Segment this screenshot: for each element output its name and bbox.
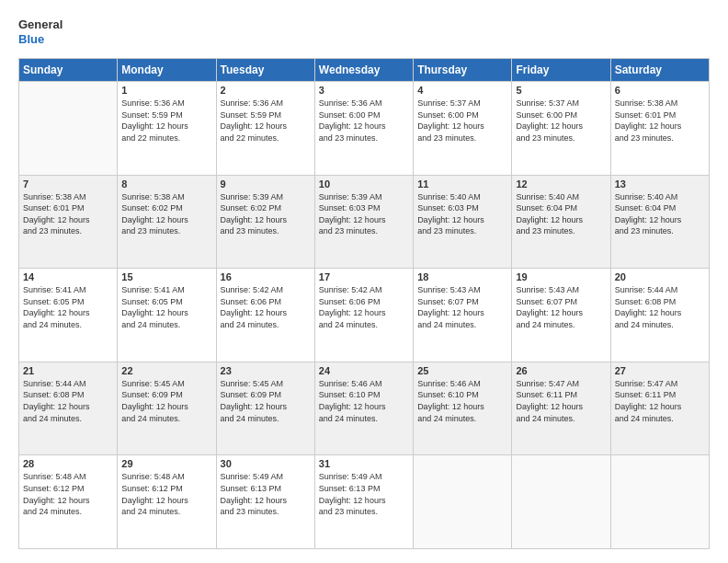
svg-marker-3: [66, 16, 74, 23]
day-number: 1: [121, 85, 211, 96]
day-number: 7: [23, 178, 113, 190]
day-number: 2: [221, 85, 311, 96]
svg-text:Blue: Blue: [18, 32, 44, 46]
day-number: 28: [23, 458, 113, 469]
day-number: 19: [516, 271, 606, 282]
calendar-day-cell: [610, 455, 709, 549]
day-info: Sunrise: 5:36 AM Sunset: 5:59 PM Dayligh…: [221, 98, 311, 144]
calendar-day-cell: 15Sunrise: 5:41 AM Sunset: 6:05 PM Dayli…: [118, 269, 216, 362]
week-row-4: 21Sunrise: 5:44 AM Sunset: 6:08 PM Dayli…: [19, 362, 710, 455]
day-info: Sunrise: 5:36 AM Sunset: 6:00 PM Dayligh…: [319, 98, 409, 144]
day-info: Sunrise: 5:40 AM Sunset: 6:04 PM Dayligh…: [615, 191, 705, 237]
calendar-day-cell: 30Sunrise: 5:49 AM Sunset: 6:13 PM Dayli…: [216, 455, 314, 549]
calendar-day-cell: 28Sunrise: 5:48 AM Sunset: 6:12 PM Dayli…: [19, 455, 118, 549]
calendar-day-cell: [19, 82, 118, 176]
calendar-day-cell: 7Sunrise: 5:38 AM Sunset: 6:01 PM Daylig…: [19, 175, 118, 269]
day-number: 17: [319, 271, 409, 282]
day-info: Sunrise: 5:46 AM Sunset: 6:10 PM Dayligh…: [319, 378, 409, 424]
day-info: Sunrise: 5:42 AM Sunset: 6:06 PM Dayligh…: [221, 284, 311, 330]
day-info: Sunrise: 5:43 AM Sunset: 6:07 PM Dayligh…: [417, 284, 507, 330]
day-info: Sunrise: 5:39 AM Sunset: 6:02 PM Dayligh…: [221, 191, 311, 237]
day-info: Sunrise: 5:45 AM Sunset: 6:09 PM Dayligh…: [121, 378, 211, 424]
weekday-saturday: Saturday: [610, 59, 709, 82]
day-number: 18: [417, 271, 507, 282]
day-number: 26: [516, 365, 606, 376]
calendar-day-cell: 13Sunrise: 5:40 AM Sunset: 6:04 PM Dayli…: [610, 175, 709, 269]
day-number: 24: [319, 365, 409, 376]
day-number: 22: [121, 365, 211, 376]
svg-text:General: General: [18, 17, 63, 31]
day-number: 12: [516, 178, 606, 190]
calendar-day-cell: 1Sunrise: 5:36 AM Sunset: 5:59 PM Daylig…: [118, 82, 216, 176]
calendar-day-cell: 23Sunrise: 5:45 AM Sunset: 6:09 PM Dayli…: [216, 362, 314, 455]
day-number: 31: [319, 458, 409, 469]
day-info: Sunrise: 5:44 AM Sunset: 6:08 PM Dayligh…: [615, 284, 705, 330]
calendar-day-cell: 21Sunrise: 5:44 AM Sunset: 6:08 PM Dayli…: [19, 362, 118, 455]
day-info: Sunrise: 5:42 AM Sunset: 6:06 PM Dayligh…: [319, 284, 409, 330]
weekday-friday: Friday: [512, 59, 610, 82]
day-info: Sunrise: 5:41 AM Sunset: 6:05 PM Dayligh…: [121, 284, 211, 330]
calendar-day-cell: 6Sunrise: 5:38 AM Sunset: 6:01 PM Daylig…: [610, 82, 709, 176]
calendar-day-cell: 18Sunrise: 5:43 AM Sunset: 6:07 PM Dayli…: [414, 269, 512, 362]
calendar-day-cell: 11Sunrise: 5:40 AM Sunset: 6:03 PM Dayli…: [414, 175, 512, 269]
weekday-tuesday: Tuesday: [216, 59, 314, 82]
calendar-day-cell: 16Sunrise: 5:42 AM Sunset: 6:06 PM Dayli…: [216, 269, 314, 362]
weekday-wednesday: Wednesday: [314, 59, 413, 82]
calendar-day-cell: 24Sunrise: 5:46 AM Sunset: 6:10 PM Dayli…: [314, 362, 413, 455]
calendar-day-cell: 26Sunrise: 5:47 AM Sunset: 6:11 PM Dayli…: [512, 362, 610, 455]
calendar-day-cell: 4Sunrise: 5:37 AM Sunset: 6:00 PM Daylig…: [414, 82, 512, 176]
day-number: 21: [23, 365, 113, 376]
calendar-day-cell: [414, 455, 512, 549]
day-info: Sunrise: 5:36 AM Sunset: 5:59 PM Dayligh…: [121, 98, 211, 144]
day-info: Sunrise: 5:46 AM Sunset: 6:10 PM Dayligh…: [417, 378, 507, 424]
calendar-day-cell: 5Sunrise: 5:37 AM Sunset: 6:00 PM Daylig…: [512, 82, 610, 176]
page: General Blue SundayMondayTuesdayWednesda…: [0, 0, 728, 563]
week-row-5: 28Sunrise: 5:48 AM Sunset: 6:12 PM Dayli…: [19, 455, 710, 549]
day-info: Sunrise: 5:49 AM Sunset: 6:13 PM Dayligh…: [221, 471, 311, 517]
day-info: Sunrise: 5:41 AM Sunset: 6:05 PM Dayligh…: [23, 284, 113, 330]
day-info: Sunrise: 5:37 AM Sunset: 6:00 PM Dayligh…: [417, 98, 507, 144]
day-info: Sunrise: 5:49 AM Sunset: 6:13 PM Dayligh…: [319, 471, 409, 517]
calendar-day-cell: 31Sunrise: 5:49 AM Sunset: 6:13 PM Dayli…: [314, 455, 413, 549]
day-number: 4: [417, 85, 507, 96]
day-info: Sunrise: 5:40 AM Sunset: 6:03 PM Dayligh…: [417, 191, 507, 237]
calendar-day-cell: 8Sunrise: 5:38 AM Sunset: 6:02 PM Daylig…: [118, 175, 216, 269]
day-number: 9: [221, 178, 311, 190]
calendar-day-cell: 9Sunrise: 5:39 AM Sunset: 6:02 PM Daylig…: [216, 175, 314, 269]
header: General Blue: [18, 14, 710, 51]
day-number: 6: [615, 85, 705, 96]
weekday-thursday: Thursday: [414, 59, 512, 82]
day-number: 20: [615, 271, 705, 282]
day-info: Sunrise: 5:38 AM Sunset: 6:02 PM Dayligh…: [121, 191, 211, 237]
day-info: Sunrise: 5:38 AM Sunset: 6:01 PM Dayligh…: [23, 191, 113, 237]
day-number: 15: [121, 271, 211, 282]
day-number: 25: [417, 365, 507, 376]
day-number: 5: [516, 85, 606, 96]
day-info: Sunrise: 5:38 AM Sunset: 6:01 PM Dayligh…: [615, 98, 705, 144]
day-number: 23: [221, 365, 311, 376]
day-number: 16: [221, 271, 311, 282]
day-info: Sunrise: 5:48 AM Sunset: 6:12 PM Dayligh…: [23, 471, 113, 517]
day-number: 27: [615, 365, 705, 376]
logo: General Blue: [18, 14, 74, 51]
calendar-day-cell: 14Sunrise: 5:41 AM Sunset: 6:05 PM Dayli…: [19, 269, 118, 362]
calendar-day-cell: 29Sunrise: 5:48 AM Sunset: 6:12 PM Dayli…: [118, 455, 216, 549]
calendar-day-cell: 17Sunrise: 5:42 AM Sunset: 6:06 PM Dayli…: [314, 269, 413, 362]
calendar-table: SundayMondayTuesdayWednesdayThursdayFrid…: [18, 58, 710, 549]
day-info: Sunrise: 5:39 AM Sunset: 6:03 PM Dayligh…: [319, 191, 409, 237]
day-number: 8: [121, 178, 211, 190]
day-number: 14: [23, 271, 113, 282]
calendar-day-cell: 3Sunrise: 5:36 AM Sunset: 6:00 PM Daylig…: [314, 82, 413, 176]
calendar-day-cell: 10Sunrise: 5:39 AM Sunset: 6:03 PM Dayli…: [314, 175, 413, 269]
day-info: Sunrise: 5:44 AM Sunset: 6:08 PM Dayligh…: [23, 378, 113, 424]
calendar-day-cell: [512, 455, 610, 549]
calendar-day-cell: 19Sunrise: 5:43 AM Sunset: 6:07 PM Dayli…: [512, 269, 610, 362]
day-number: 30: [221, 458, 311, 469]
week-row-1: 1Sunrise: 5:36 AM Sunset: 5:59 PM Daylig…: [19, 82, 710, 176]
weekday-sunday: Sunday: [19, 59, 118, 82]
week-row-3: 14Sunrise: 5:41 AM Sunset: 6:05 PM Dayli…: [19, 269, 710, 362]
day-info: Sunrise: 5:47 AM Sunset: 6:11 PM Dayligh…: [516, 378, 606, 424]
day-number: 3: [319, 85, 409, 96]
calendar-day-cell: 25Sunrise: 5:46 AM Sunset: 6:10 PM Dayli…: [414, 362, 512, 455]
calendar-day-cell: 20Sunrise: 5:44 AM Sunset: 6:08 PM Dayli…: [610, 269, 709, 362]
